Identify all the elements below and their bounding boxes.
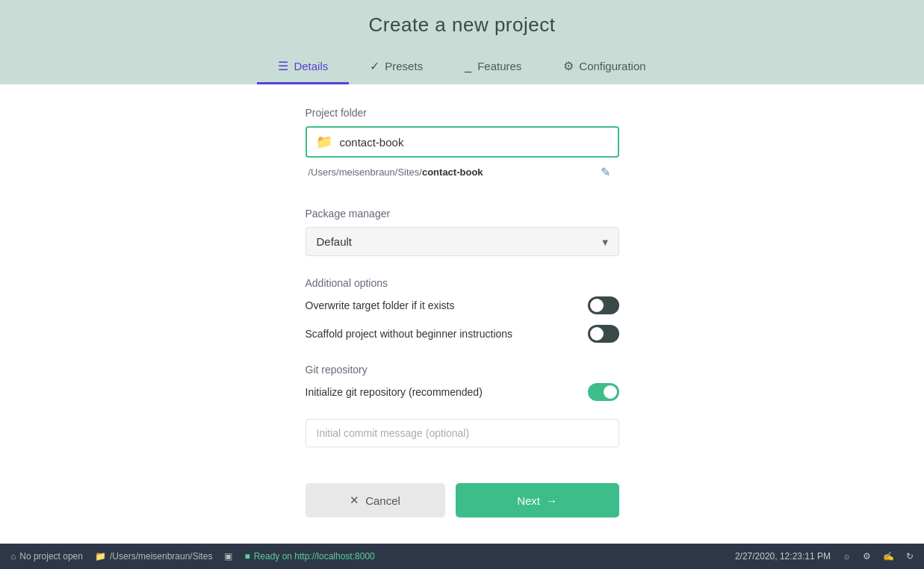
- tab-details-label: Details: [294, 60, 328, 72]
- option-overwrite-toggle[interactable]: [588, 296, 619, 314]
- form-content: Project folder 📁 /Users/meisenbraun/Site…: [306, 84, 619, 544]
- tab-features-label: Features: [477, 60, 521, 72]
- statusbar: ⌂ No project open 📁 /Users/meisenbraun/S…: [0, 544, 924, 569]
- toggle-knob-2: [590, 327, 604, 341]
- option-overwrite-row: Overwrite target folder if it exists: [306, 296, 619, 314]
- brightness-icon[interactable]: ☼: [843, 551, 851, 562]
- git-repo-label: Git repository: [306, 364, 619, 376]
- tab-presets-label: Presets: [385, 60, 423, 72]
- statusbar-left: ⌂ No project open 📁 /Users/meisenbraun/S…: [10, 551, 375, 562]
- git-init-row: Initialize git repository (recommended): [306, 383, 619, 401]
- edit-path-button[interactable]: ✎: [595, 162, 616, 182]
- refresh-icon[interactable]: ↻: [906, 551, 914, 562]
- cancel-label: Cancel: [365, 494, 400, 507]
- tab-details[interactable]: ☰ Details: [257, 50, 349, 84]
- git-init-label: Initialize git repository (recommended): [306, 386, 483, 398]
- toggle-knob-1: [590, 299, 604, 312]
- git-init-toggle[interactable]: [588, 383, 619, 401]
- package-manager-section: Package manager Default npm yarn pnpm ▼: [306, 208, 619, 256]
- statusbar-path-text: /Users/meisenbraun/Sites: [110, 551, 212, 562]
- statusbar-display: ▣: [224, 551, 232, 562]
- no-project-text: No project open: [19, 551, 83, 562]
- tab-configuration-label: Configuration: [579, 60, 645, 72]
- git-repo-section: Git repository Initialize git repository…: [306, 364, 619, 447]
- ready-icon: ■: [244, 551, 249, 562]
- package-manager-label: Package manager: [306, 208, 619, 220]
- tab-configuration[interactable]: ⚙ Configuration: [542, 50, 666, 84]
- toggle-knob-git: [604, 385, 617, 399]
- tab-bar: ☰ Details ✓ Presets ⎯ Features ⚙ Configu…: [257, 50, 666, 84]
- next-label: Next: [517, 494, 540, 507]
- features-icon: ⎯: [465, 60, 472, 73]
- statusbar-ready: ■ Ready on http://localhost:8000: [244, 551, 374, 562]
- folder-name-input[interactable]: [340, 136, 609, 149]
- presets-icon: ✓: [370, 59, 379, 73]
- project-folder-label: Project folder: [306, 107, 619, 119]
- x-icon: ✕: [350, 494, 359, 507]
- arrow-right-icon: →: [546, 494, 557, 507]
- ready-text: Ready on http://localhost:8000: [254, 551, 375, 562]
- statusbar-path: 📁 /Users/meisenbraun/Sites: [95, 551, 212, 562]
- project-folder-section: Project folder 📁 /Users/meisenbraun/Site…: [306, 107, 619, 187]
- button-row: ✕ Cancel Next →: [306, 468, 619, 525]
- package-manager-select[interactable]: Default npm yarn pnpm: [306, 227, 619, 256]
- chat-icon[interactable]: ✍: [883, 551, 894, 562]
- header: Create a new project ☰ Details ✓ Presets…: [0, 0, 924, 84]
- package-manager-wrapper: Default npm yarn pnpm ▼: [306, 227, 619, 256]
- option-scaffold-row: Scaffold project without beginner instru…: [306, 325, 619, 343]
- main-content: Project folder 📁 /Users/meisenbraun/Site…: [0, 84, 924, 544]
- option-scaffold-label: Scaffold project without beginner instru…: [306, 328, 513, 340]
- page-title: Create a new project: [369, 13, 556, 37]
- statusbar-no-project: ⌂ No project open: [10, 551, 83, 562]
- option-overwrite-label: Overwrite target folder if it exists: [306, 299, 455, 311]
- statusbar-right: 2/27/2020, 12:23:11 PM ☼ ⚙ ✍ ↻: [735, 551, 914, 562]
- option-scaffold-toggle[interactable]: [588, 325, 619, 343]
- path-row: /Users/meisenbraun/Sites/contact-book ✎: [306, 158, 619, 187]
- additional-options-label: Additional options: [306, 277, 619, 289]
- tab-presets[interactable]: ✓ Presets: [349, 50, 444, 84]
- folder-statusbar-icon: 📁: [95, 551, 106, 562]
- path-bold: contact-book: [422, 167, 483, 178]
- tab-features[interactable]: ⎯ Features: [444, 50, 542, 84]
- folder-input-wrapper: 📁: [306, 126, 619, 158]
- details-icon: ☰: [278, 59, 288, 73]
- home-icon: ⌂: [10, 551, 16, 562]
- display-icon: ▣: [224, 551, 232, 562]
- folder-path: /Users/meisenbraun/Sites/contact-book: [308, 167, 483, 178]
- next-button[interactable]: Next →: [456, 483, 619, 517]
- cancel-button[interactable]: ✕ Cancel: [306, 483, 445, 517]
- statusbar-datetime: 2/27/2020, 12:23:11 PM: [735, 551, 831, 562]
- additional-options-section: Additional options Overwrite target fold…: [306, 277, 619, 343]
- commit-message-input[interactable]: [306, 419, 619, 447]
- configuration-icon: ⚙: [563, 59, 574, 73]
- folder-icon: 📁: [316, 134, 332, 150]
- path-prefix: /Users/meisenbraun/Sites/: [308, 167, 422, 178]
- settings-icon[interactable]: ⚙: [863, 551, 871, 562]
